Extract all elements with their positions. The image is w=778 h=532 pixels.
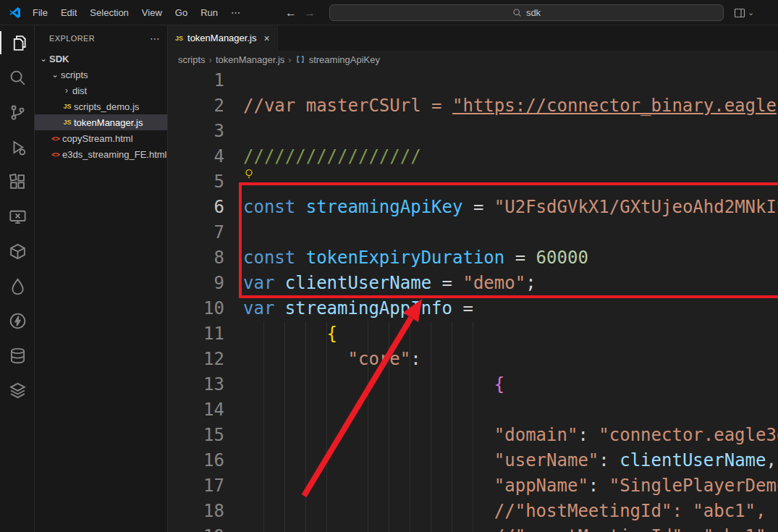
- code-text: const streamingApiKey = "U2FsdGVkX1/GXtU…: [243, 195, 778, 220]
- menu-selection[interactable]: Selection: [83, 5, 135, 21]
- editor-group: JS tokenManager.js × scripts › tokenMana…: [168, 25, 778, 532]
- code-line[interactable]: 4/////////////////: [168, 144, 778, 169]
- tab-token-manager-js[interactable]: JS tokenManager.js ×: [168, 25, 278, 51]
- tree-item-scripts-demo-js[interactable]: JS scripts_demo.js: [35, 98, 167, 114]
- code-token: "domain": [494, 425, 578, 445]
- line-number[interactable]: 6: [168, 195, 224, 220]
- code-line[interactable]: 8const tokenExpiryDuration = 60000: [168, 245, 778, 271]
- tree-item-scripts[interactable]: ⌄ scripts: [35, 67, 167, 83]
- code-token: //var masterCSUrl =: [243, 96, 452, 116]
- explorer-more-icon[interactable]: ⋯: [150, 33, 160, 44]
- tree-item-token-manager-js[interactable]: JS tokenManager.js: [35, 114, 167, 130]
- code-token: var: [243, 273, 274, 293]
- menu-run[interactable]: Run: [194, 5, 224, 21]
- code-line[interactable]: 12 "core":: [168, 347, 778, 372]
- code-token: ,: [766, 450, 776, 470]
- line-number[interactable]: 3: [168, 119, 224, 144]
- explorer-sidebar: EXPLORER ⋯ ⌄ SDK ⌄ scripts › dist JS scr…: [35, 25, 168, 532]
- breadcrumb: scripts › tokenManager.js › streamingApi…: [168, 51, 778, 68]
- code-line[interactable]: 13 {: [168, 372, 778, 397]
- run-debug-icon[interactable]: [0, 130, 35, 164]
- code-line[interactable]: 16 "userName": clientUserName,: [168, 448, 778, 473]
- code-line[interactable]: 6const streamingApiKey = "U2FsdGVkX1/GXt…: [168, 195, 778, 220]
- code-line[interactable]: 10var streamingAppInfo =: [168, 296, 778, 321]
- line-number[interactable]: 9: [168, 271, 224, 296]
- code-line[interactable]: 17 "appName": "SinglePlayerDemo: [168, 473, 778, 499]
- extensions-icon[interactable]: [0, 164, 35, 199]
- code-line[interactable]: 11 {: [168, 321, 778, 347]
- code-token: [243, 501, 494, 521]
- code-line[interactable]: 7: [168, 220, 778, 245]
- tree-item-sdk[interactable]: ⌄ SDK: [35, 51, 167, 67]
- droplet-icon[interactable]: [0, 269, 35, 303]
- database-icon[interactable]: [0, 338, 35, 373]
- command-center-search[interactable]: sdk: [329, 4, 724, 21]
- code-token: [243, 324, 327, 344]
- remote-monitor-x-icon[interactable]: [0, 199, 35, 234]
- line-number[interactable]: 4: [168, 144, 224, 169]
- layers-icon[interactable]: [0, 373, 35, 408]
- js-file-icon: JS: [61, 119, 74, 126]
- breadcrumb-item-file[interactable]: tokenManager.js: [216, 54, 284, 65]
- code-line[interactable]: 19 //"guestMeetingId": "abc1",: [168, 524, 778, 532]
- code-token: [295, 248, 305, 268]
- code-line[interactable]: 2//var masterCSUrl = "https://connector_…: [168, 93, 778, 119]
- line-number[interactable]: 1: [168, 68, 224, 93]
- layout-toggle-button[interactable]: ⌄: [734, 4, 754, 21]
- code-line[interactable]: 5: [168, 169, 778, 195]
- code-token: =: [504, 248, 536, 268]
- tree-item-label: SDK: [49, 54, 69, 64]
- tree-item-label: tokenManager.js: [74, 117, 143, 128]
- code-token: :: [588, 476, 609, 496]
- code-line[interactable]: 9var clientUserName = "demo";: [168, 271, 778, 296]
- lightbulb-icon[interactable]: [244, 169, 254, 183]
- forward-icon[interactable]: →: [304, 7, 316, 20]
- line-number[interactable]: 14: [168, 397, 224, 423]
- explorer-icon[interactable]: [0, 25, 35, 60]
- menu-edit[interactable]: Edit: [54, 5, 83, 21]
- html-file-icon: <>: [49, 151, 62, 159]
- code-line[interactable]: 15 "domain": "connector.eagle3d: [168, 423, 778, 448]
- code-line[interactable]: 3: [168, 119, 778, 144]
- code-token: const: [243, 248, 295, 268]
- code-line[interactable]: 18 //"hostMeetingId": "abc1",: [168, 499, 778, 524]
- code-line[interactable]: 14: [168, 397, 778, 423]
- code-editor[interactable]: 12//var masterCSUrl = "https://connector…: [168, 68, 778, 532]
- line-number[interactable]: 12: [168, 347, 224, 372]
- line-number[interactable]: 16: [168, 448, 224, 473]
- menu-file[interactable]: File: [26, 5, 54, 21]
- tree-item-e3ds-streaming-html[interactable]: <> e3ds_streaming_FE.html: [35, 146, 167, 162]
- explorer-title: EXPLORER: [49, 34, 95, 43]
- line-number[interactable]: 8: [168, 245, 224, 271]
- code-line[interactable]: 1: [168, 68, 778, 93]
- container-icon[interactable]: [0, 234, 35, 269]
- tree-item-dist[interactable]: › dist: [35, 83, 167, 98]
- thunder-client-icon[interactable]: [0, 303, 35, 338]
- line-number[interactable]: 19: [168, 524, 224, 532]
- code-token: [274, 298, 284, 318]
- line-number[interactable]: 7: [168, 220, 224, 245]
- back-icon[interactable]: ←: [285, 7, 297, 20]
- line-number[interactable]: 17: [168, 473, 224, 499]
- tree-item-copy-stream-html[interactable]: <> copyStream.html: [35, 130, 167, 146]
- code-token: [274, 273, 284, 293]
- close-icon[interactable]: ×: [263, 33, 269, 44]
- line-number[interactable]: 10: [168, 296, 224, 321]
- menu-go[interactable]: Go: [169, 5, 194, 21]
- code-token: :: [410, 349, 420, 369]
- code-token: streamingApiKey: [306, 197, 463, 217]
- breadcrumb-item-symbol[interactable]: streamingApiKey: [309, 54, 380, 65]
- source-control-icon[interactable]: [0, 95, 35, 130]
- code-lines: 12//var masterCSUrl = "https://connector…: [168, 68, 778, 532]
- line-number[interactable]: 18: [168, 499, 224, 524]
- line-number[interactable]: 13: [168, 372, 224, 397]
- line-number[interactable]: 15: [168, 423, 224, 448]
- search-sidebar-icon[interactable]: [0, 60, 35, 95]
- breadcrumb-item-scripts[interactable]: scripts: [178, 54, 206, 65]
- line-number[interactable]: 5: [168, 169, 224, 195]
- line-number[interactable]: 2: [168, 93, 224, 119]
- more-menu-icon[interactable]: ⋯: [224, 5, 247, 21]
- code-token: "SinglePlayerDemo: [609, 476, 778, 496]
- menu-view[interactable]: View: [135, 5, 169, 21]
- line-number[interactable]: 11: [168, 321, 224, 347]
